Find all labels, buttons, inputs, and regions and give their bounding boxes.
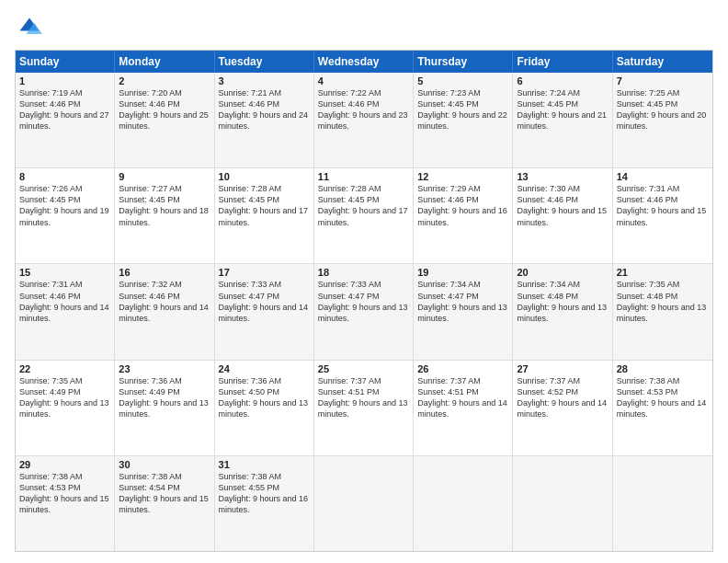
sunrise-line: Sunrise: 7:25 AM (617, 87, 709, 98)
day-number: 28 (617, 363, 709, 374)
day-number: 17 (219, 267, 310, 278)
day-number: 8 (19, 171, 110, 182)
day-number: 21 (617, 267, 709, 278)
day-number: 4 (318, 75, 409, 86)
day-number: 31 (219, 459, 310, 470)
day-number: 5 (417, 75, 508, 86)
sunset-line: Sunset: 4:46 PM (119, 98, 210, 109)
sunset-line: Sunset: 4:46 PM (119, 291, 210, 302)
day-number: 29 (19, 459, 110, 470)
calendar-day-25: 25 Sunrise: 7:37 AM Sunset: 4:51 PM Dayl… (314, 361, 414, 455)
day-number: 10 (219, 171, 310, 182)
daylight-line: Daylight: 9 hours and 24 minutes. (219, 109, 310, 132)
calendar: SundayMondayTuesdayWednesdayThursdayFrid… (15, 50, 713, 552)
daylight-line: Daylight: 9 hours and 14 minutes. (19, 302, 110, 324)
sunrise-line: Sunrise: 7:30 AM (517, 183, 608, 194)
sunset-line: Sunset: 4:45 PM (318, 194, 409, 205)
daylight-line: Daylight: 9 hours and 13 minutes. (119, 397, 210, 419)
calendar-day-1: 1 Sunrise: 7:19 AM Sunset: 4:46 PM Dayli… (16, 73, 115, 167)
sunrise-line: Sunrise: 7:28 AM (318, 183, 409, 194)
sunset-line: Sunset: 4:47 PM (417, 291, 508, 302)
daylight-line: Daylight: 9 hours and 13 minutes. (19, 397, 110, 419)
sunrise-line: Sunrise: 7:20 AM (119, 87, 210, 98)
sunset-line: Sunset: 4:48 PM (617, 291, 709, 302)
sunrise-line: Sunrise: 7:23 AM (417, 87, 508, 98)
daylight-line: Daylight: 9 hours and 13 minutes. (417, 302, 508, 324)
sunrise-line: Sunrise: 7:38 AM (19, 471, 110, 482)
calendar-body: 1 Sunrise: 7:19 AM Sunset: 4:46 PM Dayli… (16, 73, 712, 551)
daylight-line: Daylight: 9 hours and 14 minutes. (617, 397, 709, 419)
day-number: 7 (617, 75, 709, 86)
sunset-line: Sunset: 4:55 PM (219, 482, 310, 493)
sunrise-line: Sunrise: 7:38 AM (617, 375, 709, 386)
sunset-line: Sunset: 4:47 PM (219, 291, 310, 302)
daylight-line: Daylight: 9 hours and 13 minutes. (517, 302, 608, 324)
page: SundayMondayTuesdayWednesdayThursdayFrid… (0, 0, 728, 563)
daylight-line: Daylight: 9 hours and 14 minutes. (417, 397, 508, 419)
daylight-line: Daylight: 9 hours and 16 minutes. (417, 205, 508, 227)
header-day-wednesday: Wednesday (314, 51, 414, 73)
calendar-day-23: 23 Sunrise: 7:36 AM Sunset: 4:49 PM Dayl… (115, 361, 214, 455)
calendar-day-28: 28 Sunrise: 7:38 AM Sunset: 4:53 PM Dayl… (613, 361, 712, 455)
day-number: 16 (119, 267, 210, 278)
day-number: 23 (119, 363, 210, 374)
header-day-saturday: Saturday (613, 51, 712, 73)
calendar-day-14: 14 Sunrise: 7:31 AM Sunset: 4:46 PM Dayl… (613, 168, 712, 263)
calendar-day-30: 30 Sunrise: 7:38 AM Sunset: 4:54 PM Dayl… (115, 456, 214, 551)
calendar-day-4: 4 Sunrise: 7:22 AM Sunset: 4:46 PM Dayli… (314, 73, 414, 167)
sunrise-line: Sunrise: 7:35 AM (617, 279, 709, 290)
sunset-line: Sunset: 4:52 PM (517, 386, 608, 397)
header-day-thursday: Thursday (414, 51, 513, 73)
sunset-line: Sunset: 4:46 PM (19, 291, 110, 302)
calendar-week-5: 29 Sunrise: 7:38 AM Sunset: 4:53 PM Dayl… (16, 455, 712, 551)
day-number: 12 (417, 171, 508, 182)
calendar-day-24: 24 Sunrise: 7:36 AM Sunset: 4:50 PM Dayl… (215, 361, 314, 455)
day-number: 26 (417, 363, 508, 374)
day-number: 11 (318, 171, 409, 182)
day-number: 22 (19, 363, 110, 374)
daylight-line: Daylight: 9 hours and 27 minutes. (19, 109, 110, 132)
sunrise-line: Sunrise: 7:26 AM (19, 183, 110, 194)
daylight-line: Daylight: 9 hours and 13 minutes. (219, 397, 310, 419)
sunrise-line: Sunrise: 7:22 AM (318, 87, 409, 98)
sunset-line: Sunset: 4:46 PM (318, 98, 409, 109)
day-number: 13 (517, 171, 608, 182)
calendar-empty (414, 456, 513, 551)
sunset-line: Sunset: 4:46 PM (19, 98, 110, 109)
calendar-empty (314, 456, 414, 551)
day-number: 14 (617, 171, 709, 182)
daylight-line: Daylight: 9 hours and 13 minutes. (318, 397, 409, 419)
sunset-line: Sunset: 4:53 PM (19, 482, 110, 493)
calendar-day-5: 5 Sunrise: 7:23 AM Sunset: 4:45 PM Dayli… (414, 73, 513, 167)
daylight-line: Daylight: 9 hours and 16 minutes. (219, 493, 310, 515)
calendar-week-1: 1 Sunrise: 7:19 AM Sunset: 4:46 PM Dayli… (16, 73, 712, 167)
header-day-tuesday: Tuesday (215, 51, 314, 73)
daylight-line: Daylight: 9 hours and 21 minutes. (517, 109, 608, 132)
header-day-monday: Monday (115, 51, 214, 73)
day-number: 27 (517, 363, 608, 374)
sunset-line: Sunset: 4:54 PM (119, 482, 210, 493)
logo (15, 15, 46, 44)
sunset-line: Sunset: 4:50 PM (219, 386, 310, 397)
day-number: 3 (219, 75, 310, 86)
sunrise-line: Sunrise: 7:38 AM (119, 471, 210, 482)
daylight-line: Daylight: 9 hours and 20 minutes. (617, 109, 709, 132)
sunrise-line: Sunrise: 7:36 AM (119, 375, 210, 386)
sunset-line: Sunset: 4:53 PM (617, 386, 709, 397)
daylight-line: Daylight: 9 hours and 17 minutes. (318, 205, 409, 227)
sunrise-line: Sunrise: 7:33 AM (219, 279, 310, 290)
sunrise-line: Sunrise: 7:28 AM (219, 183, 310, 194)
sunrise-line: Sunrise: 7:29 AM (417, 183, 508, 194)
sunset-line: Sunset: 4:49 PM (119, 386, 210, 397)
calendar-day-2: 2 Sunrise: 7:20 AM Sunset: 4:46 PM Dayli… (115, 73, 214, 167)
daylight-line: Daylight: 9 hours and 23 minutes. (318, 109, 409, 132)
calendar-day-31: 31 Sunrise: 7:38 AM Sunset: 4:55 PM Dayl… (215, 456, 314, 551)
calendar-day-3: 3 Sunrise: 7:21 AM Sunset: 4:46 PM Dayli… (215, 73, 314, 167)
sunrise-line: Sunrise: 7:31 AM (617, 183, 709, 194)
calendar-day-15: 15 Sunrise: 7:31 AM Sunset: 4:46 PM Dayl… (16, 264, 115, 359)
sunset-line: Sunset: 4:46 PM (417, 194, 508, 205)
sunset-line: Sunset: 4:48 PM (517, 291, 608, 302)
calendar-day-11: 11 Sunrise: 7:28 AM Sunset: 4:45 PM Dayl… (314, 168, 414, 263)
sunrise-line: Sunrise: 7:38 AM (219, 471, 310, 482)
calendar-week-3: 15 Sunrise: 7:31 AM Sunset: 4:46 PM Dayl… (16, 263, 712, 359)
